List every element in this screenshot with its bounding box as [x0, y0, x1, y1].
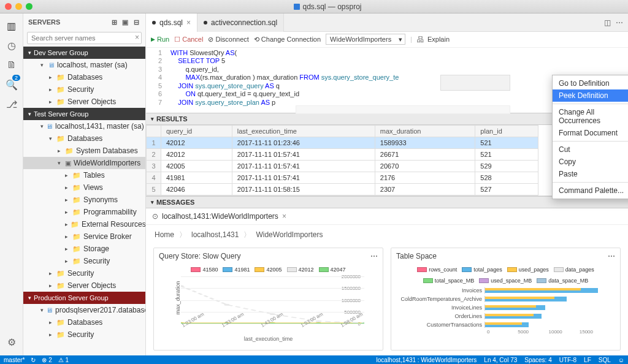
- connection-select[interactable]: WideWorldImporters: [326, 34, 405, 45]
- context-menu: Go to DefinitionF12Peek Definition⌥F12Ch…: [552, 75, 628, 199]
- chart-legend: 4158041981420054201242047: [159, 267, 378, 273]
- errors-indicator[interactable]: ⊗ 2: [42, 357, 52, 363]
- context-menu-item[interactable]: Peek Definition⌥F12: [553, 89, 628, 102]
- status-bar: master* ↻ ⊗ 2 ⚠ 1 localhost,1431 : WideW…: [0, 355, 628, 364]
- tab-label: activeconnection.sql: [211, 18, 277, 27]
- feedback-icon[interactable]: ☺: [618, 357, 624, 363]
- status-encoding[interactable]: UTF-8: [559, 357, 576, 363]
- source-control-icon[interactable]: ⎇: [3, 96, 20, 113]
- context-menu-item[interactable]: Go to DefinitionF12: [553, 77, 628, 89]
- tree-item[interactable]: ▸📁Views: [23, 181, 145, 194]
- widget-title: Query Store: Slow Query: [159, 252, 240, 260]
- servers-view-icon[interactable]: ▥: [3, 17, 20, 34]
- sync-icon[interactable]: ↻: [31, 357, 36, 363]
- new-connection-icon[interactable]: ⊞: [110, 18, 118, 26]
- sidebar-search: ×: [27, 32, 142, 44]
- context-menu-item[interactable]: Paste⌘V: [553, 168, 628, 180]
- tree-item[interactable]: ▾🖥localhost, master (sa): [23, 59, 145, 71]
- chevron-down-icon: ▾: [151, 116, 154, 122]
- tree-item[interactable]: ▾🖥prodsqlserver2017.database.windo..: [23, 304, 145, 316]
- tree-item[interactable]: ▸📁Security: [23, 267, 145, 279]
- widget-more-icon[interactable]: ⋯: [370, 252, 378, 260]
- line-chart: max_duration 050000010000001500000200000…: [181, 276, 364, 335]
- context-menu-item[interactable]: Command Palette...⇧⌘P: [553, 184, 628, 197]
- zoom-window-icon[interactable]: [26, 3, 33, 10]
- window-title: qds.sql — opsproj: [33, 2, 623, 11]
- collapse-all-icon[interactable]: ⊟: [132, 18, 140, 26]
- tab-label: qds.sql: [159, 18, 183, 27]
- server-group-header[interactable]: ▾Dev Server Group: [23, 47, 145, 59]
- tree-item[interactable]: ▸📁Tables: [23, 169, 145, 181]
- server-tree: ▾Dev Server Group▾🖥localhost, master (sa…: [23, 47, 145, 355]
- new-group-icon[interactable]: ▣: [121, 18, 129, 26]
- modified-dot-icon: [204, 21, 207, 25]
- search-input[interactable]: [27, 32, 142, 44]
- disconnect-button[interactable]: Disconnect: [208, 36, 248, 44]
- explain-button[interactable]: Explain: [417, 35, 450, 44]
- tree-item[interactable]: ▸📁Security: [23, 83, 145, 96]
- minimize-window-icon[interactable]: [15, 3, 22, 10]
- status-eol[interactable]: LF: [584, 357, 591, 363]
- tree-item[interactable]: ▸📁Security: [23, 328, 145, 341]
- status-cursor[interactable]: Ln 4, Col 73: [484, 357, 517, 363]
- tree-item[interactable]: ▸📁Databases: [23, 71, 145, 83]
- y-axis-label: max_duration: [175, 281, 181, 315]
- tree-item[interactable]: ▸📁Security: [23, 255, 145, 267]
- status-spaces[interactable]: Spaces: 4: [524, 357, 551, 363]
- activity-bar: ▥ ◷ 🗎 🔍 ⎇ 2 ⚙: [0, 13, 23, 355]
- tree-item[interactable]: ▸📁Server Objects: [23, 96, 145, 108]
- dashboard-tab[interactable]: localhost,1431:WideWorldImporters ×: [146, 208, 628, 225]
- status-language[interactable]: SQL: [599, 357, 611, 363]
- close-dashboard-icon[interactable]: ×: [282, 212, 286, 221]
- change-connection-button[interactable]: Change Connection: [254, 36, 321, 44]
- tree-item[interactable]: ▸📁Synonyms: [23, 194, 145, 206]
- context-menu-item[interactable]: Format Document⌥⇧F: [553, 127, 628, 139]
- tree-item[interactable]: ▸📁Service Broker: [23, 230, 145, 243]
- tree-item[interactable]: ▸📁External Resources: [23, 218, 145, 230]
- tree-item[interactable]: ▸📁Programmability: [23, 206, 145, 218]
- tab-qds[interactable]: qds.sql ×: [146, 13, 197, 32]
- context-menu-item[interactable]: Change All Occurrences⌘F2: [553, 106, 628, 127]
- widget-slow-query: Query Store: Slow Query ⋯ 41580419814200…: [153, 248, 383, 351]
- query-toolbar: Run Cancel Disconnect Change Connection …: [146, 32, 628, 48]
- warnings-indicator[interactable]: ⚠ 1: [58, 357, 69, 363]
- tree-item[interactable]: ▾▣WideWorldImporters: [23, 157, 145, 169]
- branch-indicator[interactable]: master*: [4, 357, 25, 363]
- tree-item[interactable]: ▾🖥localhost,1431, master (sa): [23, 120, 145, 132]
- widget-title: Table Space: [396, 252, 437, 260]
- sidebar-title: SERVERS: [28, 18, 60, 26]
- status-connection[interactable]: localhost,1431 : WideWorldImporters: [377, 357, 477, 363]
- context-menu-item[interactable]: Cut⌘X: [553, 143, 628, 156]
- tree-item[interactable]: ▸📁Storage: [23, 243, 145, 255]
- close-tab-icon[interactable]: ×: [186, 18, 191, 27]
- tree-item[interactable]: ▾📁Databases: [23, 132, 145, 145]
- history-view-icon[interactable]: ◷: [3, 37, 20, 54]
- chart-legend: rows_counttotal_pagesused_pagesdata_page…: [396, 267, 615, 284]
- cancel-button[interactable]: Cancel: [174, 36, 203, 44]
- context-menu-item[interactable]: Copy⌘C: [553, 156, 628, 168]
- more-tabs-icon[interactable]: ⋯: [616, 18, 623, 27]
- tree-item[interactable]: ▸📁Databases: [23, 316, 145, 328]
- chevron-down-icon: ▾: [151, 199, 154, 205]
- tab-activeconn[interactable]: activeconnection.sql: [197, 13, 284, 32]
- split-editor-icon[interactable]: ◫: [604, 18, 611, 27]
- clear-search-icon[interactable]: ×: [135, 33, 139, 42]
- inline-strip: [296, 105, 510, 114]
- server-group-header[interactable]: ▾Test Server Group: [23, 108, 145, 120]
- x-axis-label: last_execution_time: [159, 336, 378, 342]
- tree-item[interactable]: ▸📁System Databases: [23, 145, 145, 157]
- sidebar: SERVERS ⊞ ▣ ⊟ × ▾Dev Server Group▾🖥local…: [23, 13, 146, 355]
- settings-icon[interactable]: ⚙: [3, 333, 20, 351]
- bar-chart: InvoicesColdRoomTemperatures_ArchiveInvo…: [399, 286, 610, 335]
- tree-item[interactable]: ▸📁Server Objects: [23, 279, 145, 292]
- editor-tabs: qds.sql × activeconnection.sql ◫ ⋯: [146, 13, 628, 32]
- explorer-view-icon[interactable]: 🗎: [3, 56, 20, 74]
- widget-table-space: Table Space ⋯ rows_counttotal_pagesused_…: [391, 248, 621, 351]
- run-button[interactable]: Run: [151, 36, 169, 43]
- close-window-icon[interactable]: [5, 3, 12, 10]
- svg-point-16: [224, 304, 229, 306]
- server-group-header[interactable]: ▾Production Server Group: [23, 292, 145, 304]
- inline-hint-background: [440, 75, 510, 91]
- widget-more-icon[interactable]: ⋯: [608, 252, 615, 260]
- titlebar: qds.sql — opsproj: [0, 0, 628, 13]
